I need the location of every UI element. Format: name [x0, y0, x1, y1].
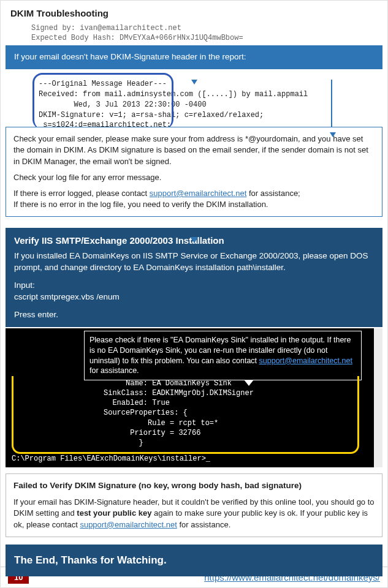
- cmd-callout-text-b: for assistance.: [89, 366, 139, 375]
- cmd-prompt-line: C:\Program Files\EAExchDomainKeys\instal…: [12, 454, 368, 464]
- callout-tail-icon: [244, 380, 254, 386]
- check-sender-box: Check your email sender, please make sur…: [6, 127, 382, 217]
- arrow-down-icon: [191, 80, 197, 85]
- text: for assistance.: [177, 520, 230, 529]
- cmd-callout: Please check if there is "EA DomainKeys …: [84, 331, 362, 381]
- support-email-link[interactable]: support@emailarchitect.net: [150, 189, 246, 198]
- verify-press-enter: Press enter.: [14, 309, 374, 321]
- failed-verify-box: Failed to Verify DKIM Signature (no key,…: [6, 473, 382, 537]
- bold-text: test your public key: [77, 508, 151, 518]
- check-sender-p1: Check your email sender, please make sur…: [13, 134, 375, 167]
- verify-p1: If you installed EA DomainKeys on IIS SM…: [14, 251, 374, 274]
- arrow-down-icon: [330, 132, 336, 137]
- failed-verify-body: If your email has DKIM-Signature header,…: [13, 497, 375, 530]
- step-no-dkim-header: If your email doesn't have DKIM-Signatur…: [6, 45, 382, 69]
- check-sender-p3: If there is error logged, please contact…: [13, 188, 375, 210]
- arrow-down-icon: [191, 237, 198, 243]
- the-end-text: The End, Thanks for Watching.: [14, 554, 167, 566]
- verify-input-label: Input:: [14, 280, 374, 292]
- support-email-link[interactable]: support@emailarchitect.net: [259, 356, 352, 365]
- text: If there is error logged, please contact: [13, 189, 150, 198]
- support-email-link[interactable]: support@emailarchitect.net: [80, 520, 177, 529]
- page-title: DKIM Troubleshooting: [1, 1, 387, 23]
- highlight-outline: [32, 73, 173, 129]
- verify-command: cscript smtpregex.vbs /enum: [14, 292, 374, 303]
- command-prompt-output: Please check if there is "EA DomainKeys …: [6, 328, 382, 468]
- check-sender-p2: Check your log file for any error messag…: [13, 172, 375, 183]
- cmd-output-text: Name: EA DomainKeys Sink SinkClass: EADK…: [12, 379, 368, 448]
- failed-verify-heading: Failed to Verify DKIM Signature (no key,…: [13, 480, 375, 492]
- step-no-dkim-header-text: If your email doesn't have DKIM-Signatur…: [14, 52, 246, 61]
- text: for assistance;: [246, 189, 300, 198]
- text: If there is no error in the log file, yo…: [13, 200, 268, 209]
- the-end-bar: The End, Thanks for Watching.: [6, 545, 382, 576]
- background-code: Signed by: ivan@emailarchitect.net Expec…: [1, 23, 387, 43]
